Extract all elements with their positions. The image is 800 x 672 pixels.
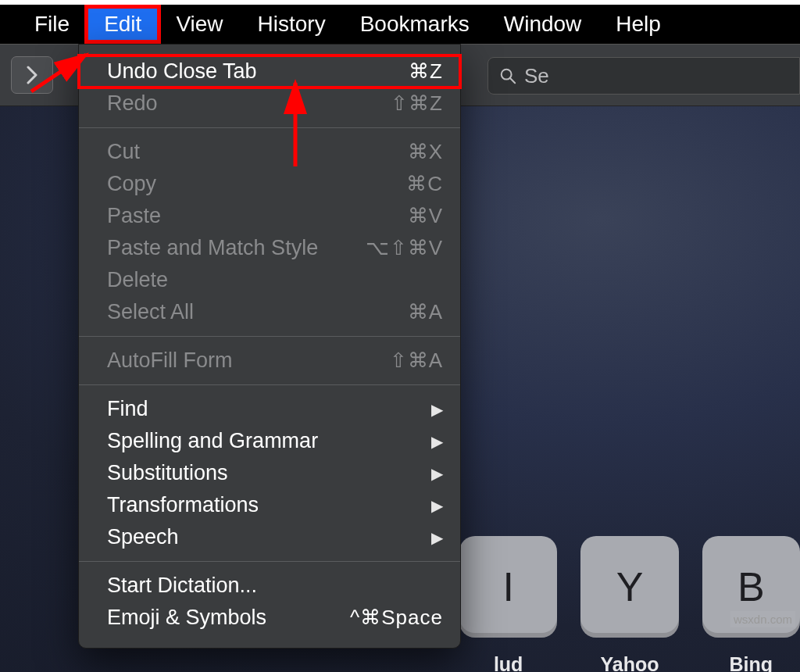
menu-item-label: Find xyxy=(107,397,148,421)
search-icon xyxy=(499,67,516,84)
menu-item-undo-close-tab[interactable]: Undo Close Tab⌘Z xyxy=(79,55,460,88)
menu-item-cut: Cut⌘X xyxy=(79,136,460,168)
menu-item-shortcut: ⌘X xyxy=(408,140,443,164)
menu-item-emoji-symbols[interactable]: Emoji & Symbols^⌘Space xyxy=(79,602,460,634)
menu-item-start-dictation[interactable]: Start Dictation... xyxy=(79,570,460,602)
submenu-arrow-icon: ▶ xyxy=(431,464,443,483)
menu-item-label: Undo Close Tab xyxy=(107,59,257,84)
menu-item-redo: Redo⇧⌘Z xyxy=(79,88,460,120)
key-label: Bing xyxy=(702,653,800,672)
menu-item-label: Transformations xyxy=(107,493,259,517)
menu-separator xyxy=(79,561,460,562)
menu-item-shortcut: ⌘C xyxy=(406,172,443,196)
submenu-arrow-icon: ▶ xyxy=(431,496,443,515)
menu-item-label: Speech xyxy=(107,525,179,549)
menu-item-delete: Delete xyxy=(79,264,460,296)
menubar-item-help[interactable]: Help xyxy=(598,7,678,41)
menubar-item-bookmarks[interactable]: Bookmarks xyxy=(343,7,487,41)
menu-item-paste: Paste⌘V xyxy=(79,200,460,232)
menubar-item-window[interactable]: Window xyxy=(487,7,599,41)
menubar-item-edit[interactable]: Edit xyxy=(87,7,159,41)
menu-item-speech[interactable]: Speech▶ xyxy=(79,521,460,553)
menu-item-label: Delete xyxy=(107,268,168,292)
search-placeholder: Se xyxy=(524,64,549,88)
menu-item-autofill-form: AutoFill Form⇧⌘A xyxy=(79,345,460,377)
submenu-arrow-icon: ▶ xyxy=(431,528,443,547)
edit-menu-dropdown: Undo Close Tab⌘ZRedo⇧⌘ZCut⌘XCopy⌘CPaste⌘… xyxy=(78,44,461,649)
key-label: Yahoo xyxy=(580,653,678,672)
menu-item-label: Paste and Match Style xyxy=(107,236,318,260)
submenu-arrow-icon: ▶ xyxy=(431,400,443,419)
menu-item-label: Start Dictation... xyxy=(107,574,257,598)
menu-item-label: Redo xyxy=(107,91,158,116)
menu-item-label: Substitutions xyxy=(107,461,228,485)
forward-button[interactable] xyxy=(11,56,53,94)
menu-item-label: AutoFill Form xyxy=(107,349,233,373)
menu-item-shortcut: ⇧⌘Z xyxy=(391,91,443,116)
menu-item-shortcut: ⌘Z xyxy=(409,59,443,84)
menu-item-label: Copy xyxy=(107,172,156,196)
svg-line-1 xyxy=(510,78,515,83)
submenu-arrow-icon: ▶ xyxy=(431,432,443,451)
menu-item-shortcut: ⌘V xyxy=(408,204,443,228)
menu-item-find[interactable]: Find▶ xyxy=(79,393,460,425)
keyboard-key[interactable]: I xyxy=(459,536,557,638)
watermark: wsxdn.com xyxy=(730,611,795,627)
menubar-item-history[interactable]: History xyxy=(241,7,343,41)
menu-separator xyxy=(79,384,460,385)
menu-item-paste-and-match-style: Paste and Match Style⌥⇧⌘V xyxy=(79,232,460,264)
keyboard-key[interactable]: Y xyxy=(580,536,678,638)
menu-item-label: Emoji & Symbols xyxy=(107,606,266,630)
menu-item-label: Paste xyxy=(107,204,161,228)
menu-item-shortcut: ⇧⌘A xyxy=(390,349,443,373)
menu-item-shortcut: ^⌘Space xyxy=(350,606,443,630)
menu-item-label: Spelling and Grammar xyxy=(107,429,318,453)
menu-item-substitutions[interactable]: Substitutions▶ xyxy=(79,457,460,489)
menubar: FileEditViewHistoryBookmarksWindowHelp xyxy=(0,5,800,44)
menu-item-spelling-and-grammar[interactable]: Spelling and Grammar▶ xyxy=(79,425,460,457)
menu-item-shortcut: ⌥⇧⌘V xyxy=(366,236,443,260)
menubar-item-view[interactable]: View xyxy=(159,7,240,41)
menu-separator xyxy=(79,127,460,128)
menu-item-copy: Copy⌘C xyxy=(79,168,460,200)
menu-item-transformations[interactable]: Transformations▶ xyxy=(79,489,460,521)
key-label: lud xyxy=(459,653,557,672)
menubar-item-file[interactable]: File xyxy=(17,7,87,41)
menu-item-label: Cut xyxy=(107,140,140,164)
menu-item-select-all: Select All⌘A xyxy=(79,296,460,328)
menu-item-shortcut: ⌘A xyxy=(408,300,443,324)
chevron-right-icon xyxy=(26,66,38,84)
menu-item-label: Select All xyxy=(107,300,194,324)
search-field[interactable]: Se xyxy=(488,57,800,95)
menu-separator xyxy=(79,336,460,337)
